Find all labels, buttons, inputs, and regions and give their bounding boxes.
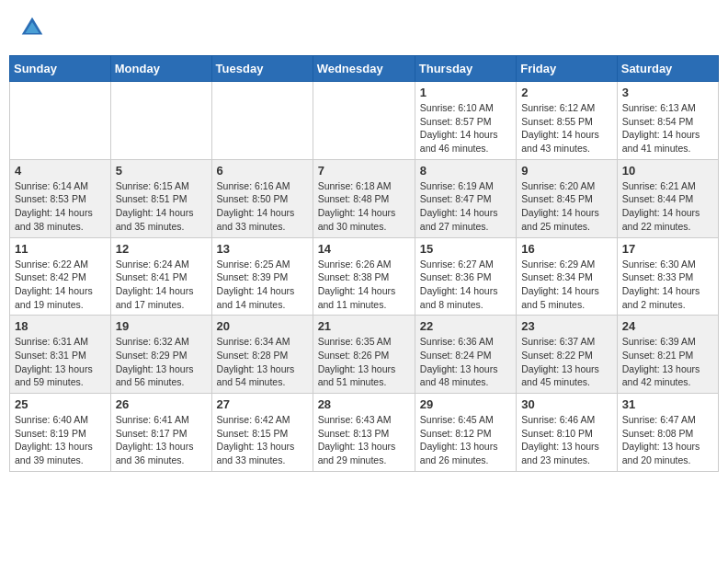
day-info: Sunrise: 6:22 AM Sunset: 8:42 PM Dayligh… bbox=[15, 258, 106, 312]
day-info: Sunrise: 6:27 AM Sunset: 8:36 PM Dayligh… bbox=[420, 258, 511, 312]
day-number: 14 bbox=[318, 242, 410, 256]
calendar-cell: 24Sunrise: 6:39 AM Sunset: 8:21 PM Dayli… bbox=[617, 316, 718, 394]
column-header-sunday: Sunday bbox=[10, 56, 111, 82]
week-row-1: 1Sunrise: 6:10 AM Sunset: 8:57 PM Daylig… bbox=[10, 82, 719, 160]
day-info: Sunrise: 6:34 AM Sunset: 8:28 PM Dayligh… bbox=[217, 335, 308, 389]
day-number: 7 bbox=[318, 164, 410, 178]
day-info: Sunrise: 6:47 AM Sunset: 8:08 PM Dayligh… bbox=[622, 413, 713, 467]
day-number: 25 bbox=[15, 397, 106, 411]
calendar-cell: 17Sunrise: 6:30 AM Sunset: 8:33 PM Dayli… bbox=[617, 237, 718, 316]
calendar-cell bbox=[110, 82, 211, 160]
calendar-cell: 6Sunrise: 6:16 AM Sunset: 8:50 PM Daylig… bbox=[211, 159, 313, 237]
day-number: 11 bbox=[15, 242, 106, 256]
day-number: 12 bbox=[116, 242, 207, 256]
day-number: 30 bbox=[521, 397, 612, 411]
day-info: Sunrise: 6:18 AM Sunset: 8:48 PM Dayligh… bbox=[318, 179, 410, 234]
day-number: 22 bbox=[420, 319, 511, 333]
day-info: Sunrise: 6:36 AM Sunset: 8:24 PM Dayligh… bbox=[420, 335, 511, 389]
day-number: 2 bbox=[521, 86, 612, 99]
day-number: 31 bbox=[622, 397, 713, 411]
day-info: Sunrise: 6:15 AM Sunset: 8:51 PM Dayligh… bbox=[116, 179, 207, 234]
week-row-3: 11Sunrise: 6:22 AM Sunset: 8:42 PM Dayli… bbox=[10, 237, 719, 316]
logo-icon bbox=[18, 14, 46, 41]
day-info: Sunrise: 6:14 AM Sunset: 8:53 PM Dayligh… bbox=[15, 179, 106, 234]
calendar-cell: 8Sunrise: 6:19 AM Sunset: 8:47 PM Daylig… bbox=[415, 159, 516, 237]
calendar-cell: 3Sunrise: 6:13 AM Sunset: 8:54 PM Daylig… bbox=[617, 82, 718, 160]
column-header-saturday: Saturday bbox=[617, 56, 718, 82]
column-header-friday: Friday bbox=[517, 56, 618, 82]
day-info: Sunrise: 6:39 AM Sunset: 8:21 PM Dayligh… bbox=[622, 335, 713, 389]
calendar-cell: 21Sunrise: 6:35 AM Sunset: 8:26 PM Dayli… bbox=[313, 316, 415, 394]
calendar-cell: 22Sunrise: 6:36 AM Sunset: 8:24 PM Dayli… bbox=[415, 316, 516, 394]
day-number: 13 bbox=[217, 242, 308, 256]
day-number: 21 bbox=[318, 319, 410, 333]
calendar-cell: 14Sunrise: 6:26 AM Sunset: 8:38 PM Dayli… bbox=[313, 237, 415, 316]
calendar-cell bbox=[211, 82, 313, 160]
day-number: 26 bbox=[116, 397, 207, 411]
day-info: Sunrise: 6:16 AM Sunset: 8:50 PM Dayligh… bbox=[217, 179, 308, 234]
calendar-cell: 12Sunrise: 6:24 AM Sunset: 8:41 PM Dayli… bbox=[110, 237, 211, 316]
day-number: 8 bbox=[420, 164, 511, 178]
week-row-4: 18Sunrise: 6:31 AM Sunset: 8:31 PM Dayli… bbox=[10, 316, 719, 394]
day-number: 6 bbox=[217, 164, 308, 178]
calendar-cell: 29Sunrise: 6:45 AM Sunset: 8:12 PM Dayli… bbox=[415, 394, 516, 472]
column-header-thursday: Thursday bbox=[415, 56, 516, 82]
column-header-tuesday: Tuesday bbox=[211, 56, 313, 82]
calendar-cell: 13Sunrise: 6:25 AM Sunset: 8:39 PM Dayli… bbox=[211, 237, 313, 316]
day-number: 20 bbox=[217, 319, 308, 333]
calendar-cell: 27Sunrise: 6:42 AM Sunset: 8:15 PM Dayli… bbox=[211, 394, 313, 472]
day-info: Sunrise: 6:37 AM Sunset: 8:22 PM Dayligh… bbox=[521, 335, 612, 389]
calendar-cell: 4Sunrise: 6:14 AM Sunset: 8:53 PM Daylig… bbox=[10, 159, 111, 237]
calendar-cell: 23Sunrise: 6:37 AM Sunset: 8:22 PM Dayli… bbox=[517, 316, 618, 394]
calendar-cell: 19Sunrise: 6:32 AM Sunset: 8:29 PM Dayli… bbox=[110, 316, 211, 394]
day-number: 19 bbox=[116, 319, 207, 333]
day-number: 3 bbox=[622, 86, 713, 99]
calendar-cell: 18Sunrise: 6:31 AM Sunset: 8:31 PM Dayli… bbox=[10, 316, 111, 394]
day-info: Sunrise: 6:25 AM Sunset: 8:39 PM Dayligh… bbox=[217, 258, 308, 312]
column-header-wednesday: Wednesday bbox=[313, 56, 415, 82]
day-info: Sunrise: 6:35 AM Sunset: 8:26 PM Dayligh… bbox=[318, 335, 410, 389]
day-number: 28 bbox=[318, 397, 410, 411]
header bbox=[9, 9, 719, 46]
day-info: Sunrise: 6:31 AM Sunset: 8:31 PM Dayligh… bbox=[15, 335, 106, 389]
day-info: Sunrise: 6:46 AM Sunset: 8:10 PM Dayligh… bbox=[521, 413, 612, 467]
calendar-header-row: SundayMondayTuesdayWednesdayThursdayFrid… bbox=[10, 56, 719, 82]
day-info: Sunrise: 6:32 AM Sunset: 8:29 PM Dayligh… bbox=[116, 335, 207, 389]
day-info: Sunrise: 6:41 AM Sunset: 8:17 PM Dayligh… bbox=[116, 413, 207, 467]
calendar-cell: 11Sunrise: 6:22 AM Sunset: 8:42 PM Dayli… bbox=[10, 237, 111, 316]
day-info: Sunrise: 6:10 AM Sunset: 8:57 PM Dayligh… bbox=[420, 101, 511, 155]
day-info: Sunrise: 6:21 AM Sunset: 8:44 PM Dayligh… bbox=[622, 179, 713, 234]
day-number: 9 bbox=[521, 164, 612, 178]
day-number: 17 bbox=[622, 242, 713, 256]
day-info: Sunrise: 6:40 AM Sunset: 8:19 PM Dayligh… bbox=[15, 413, 106, 467]
day-number: 1 bbox=[420, 86, 511, 99]
day-number: 15 bbox=[420, 242, 511, 256]
calendar-cell bbox=[313, 82, 415, 160]
day-info: Sunrise: 6:45 AM Sunset: 8:12 PM Dayligh… bbox=[420, 413, 511, 467]
calendar-cell: 10Sunrise: 6:21 AM Sunset: 8:44 PM Dayli… bbox=[617, 159, 718, 237]
day-number: 16 bbox=[521, 242, 612, 256]
day-number: 18 bbox=[15, 319, 106, 333]
calendar-cell: 15Sunrise: 6:27 AM Sunset: 8:36 PM Dayli… bbox=[415, 237, 516, 316]
day-info: Sunrise: 6:30 AM Sunset: 8:33 PM Dayligh… bbox=[622, 258, 713, 312]
day-info: Sunrise: 6:19 AM Sunset: 8:47 PM Dayligh… bbox=[420, 179, 511, 234]
day-number: 5 bbox=[116, 164, 207, 178]
day-info: Sunrise: 6:29 AM Sunset: 8:34 PM Dayligh… bbox=[521, 258, 612, 312]
calendar-cell: 25Sunrise: 6:40 AM Sunset: 8:19 PM Dayli… bbox=[10, 394, 111, 472]
day-info: Sunrise: 6:43 AM Sunset: 8:13 PM Dayligh… bbox=[318, 413, 410, 467]
day-info: Sunrise: 6:20 AM Sunset: 8:45 PM Dayligh… bbox=[521, 179, 612, 234]
week-row-5: 25Sunrise: 6:40 AM Sunset: 8:19 PM Dayli… bbox=[10, 394, 719, 472]
calendar-cell: 2Sunrise: 6:12 AM Sunset: 8:55 PM Daylig… bbox=[517, 82, 618, 160]
day-info: Sunrise: 6:13 AM Sunset: 8:54 PM Dayligh… bbox=[622, 101, 713, 155]
day-number: 24 bbox=[622, 319, 713, 333]
calendar-cell: 16Sunrise: 6:29 AM Sunset: 8:34 PM Dayli… bbox=[517, 237, 618, 316]
day-info: Sunrise: 6:24 AM Sunset: 8:41 PM Dayligh… bbox=[116, 258, 207, 312]
calendar-cell: 7Sunrise: 6:18 AM Sunset: 8:48 PM Daylig… bbox=[313, 159, 415, 237]
calendar-cell: 28Sunrise: 6:43 AM Sunset: 8:13 PM Dayli… bbox=[313, 394, 415, 472]
column-header-monday: Monday bbox=[110, 56, 211, 82]
day-info: Sunrise: 6:42 AM Sunset: 8:15 PM Dayligh… bbox=[217, 413, 308, 467]
calendar-cell: 26Sunrise: 6:41 AM Sunset: 8:17 PM Dayli… bbox=[110, 394, 211, 472]
day-info: Sunrise: 6:26 AM Sunset: 8:38 PM Dayligh… bbox=[318, 258, 410, 312]
day-number: 27 bbox=[217, 397, 308, 411]
logo bbox=[18, 14, 50, 41]
